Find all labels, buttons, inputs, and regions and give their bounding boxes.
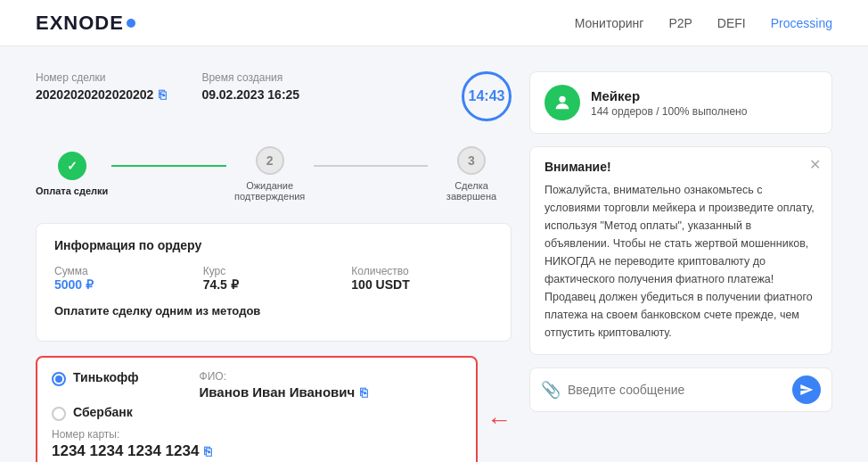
logo: EXNODE: [36, 12, 135, 35]
copy-card-icon[interactable]: ⎘: [204, 444, 211, 458]
maker-stats: 144 ордеров / 100% выполнено: [591, 105, 747, 118]
order-qty: Количество 100 USDT: [351, 263, 493, 292]
fio-value: Иванов Иван Иванович ⎘: [200, 384, 368, 400]
step-1-label: Оплата сделки: [36, 186, 108, 196]
step-3-circle: 3: [457, 146, 486, 175]
copy-number-icon[interactable]: ⎘: [159, 87, 166, 102]
warning-box: ✕ Внимание! Пожалуйста, внимательно озна…: [529, 146, 832, 355]
step-2-circle: 2: [256, 146, 284, 175]
chat-input-row: 📎: [529, 367, 832, 412]
left-panel: Номер сделки 20202020202020202 ⎘ Время с…: [36, 71, 512, 462]
card-value: 1234 1234 1234 1234 ⎘: [52, 442, 462, 460]
order-grid: Сумма 5000 ₽ Курс 74.5 ₽ Количество 100 …: [54, 263, 493, 292]
order-info-box: Информация по ордеру Сумма 5000 ₽ Курс 7…: [36, 223, 512, 342]
maker-card: Мейкер 144 ордеров / 100% выполнено: [529, 71, 832, 134]
step-2: 2 Ожидание подтверждения: [230, 146, 310, 202]
header: EXNODE Мониторинг P2P DEFI Processing: [0, 0, 868, 46]
fio-section: ФИО: Иванов Иван Иванович ⎘: [200, 370, 368, 400]
order-qty-label: Количество: [351, 265, 408, 277]
arrow-right: ←: [487, 406, 512, 434]
deal-number-text: 20202020202020202: [36, 87, 153, 102]
main-content: Номер сделки 20202020202020202 ⎘ Время с…: [0, 46, 868, 462]
deal-time-label: Время создания: [201, 71, 299, 84]
svg-point-0: [559, 96, 565, 103]
order-sum-value: 5000 ₽: [54, 277, 196, 292]
right-panel: Мейкер 144 ордеров / 100% выполнено ✕ Вн…: [529, 71, 832, 462]
fio-label: ФИО:: [200, 370, 368, 383]
copy-fio-icon[interactable]: ⎘: [360, 385, 367, 400]
send-button[interactable]: [792, 375, 821, 404]
pay-methods-label: Оплатите сделку одним из методов: [54, 304, 493, 318]
deal-number-field: Номер сделки 20202020202020202 ⎘: [36, 71, 166, 102]
card-label: Номер карты:: [52, 428, 462, 441]
sberbank-label: Сбербанк: [73, 405, 133, 419]
attach-icon[interactable]: 📎: [541, 380, 561, 400]
deal-info-row: Номер сделки 20202020202020202 ⎘ Время с…: [36, 71, 512, 121]
step-line-2: [314, 165, 428, 167]
card-number-text: 1234 1234 1234 1234: [52, 442, 199, 460]
order-sum-label: Сумма: [54, 265, 88, 277]
maker-info: Мейкер 144 ордеров / 100% выполнено: [591, 88, 747, 118]
logo-text: EXNODE: [36, 12, 124, 35]
order-rate: Курс 74.5 ₽: [203, 263, 345, 292]
radio-sberbank[interactable]: [52, 407, 66, 421]
deal-time-value: 09.02.2023 16:25: [201, 87, 299, 102]
step-1: ✓ Оплата сделки: [36, 152, 108, 196]
payment-box: Тинькофф ФИО: Иванов Иван Иванович ⎘ Сбе…: [36, 356, 478, 462]
maker-avatar: [545, 85, 580, 120]
maker-name: Мейкер: [591, 88, 747, 103]
payment-option-tinkoff: Тинькофф ФИО: Иванов Иван Иванович ⎘: [52, 370, 462, 400]
tinkoff-label: Тинькофф: [73, 370, 139, 384]
deal-number-label: Номер сделки: [36, 71, 166, 84]
order-sum: Сумма 5000 ₽: [54, 263, 196, 292]
timer-value: 14:43: [469, 88, 505, 104]
warning-close-icon[interactable]: ✕: [809, 156, 821, 173]
payment-option-sberbank: Сбербанк: [52, 405, 462, 421]
nav-p2p[interactable]: P2P: [668, 16, 692, 30]
progress-steps: ✓ Оплата сделки 2 Ожидание подтверждения…: [36, 146, 512, 202]
order-rate-label: Курс: [203, 265, 226, 277]
step-3-label: Сделка завершена: [431, 180, 512, 202]
deal-number-value: 20202020202020202 ⎘: [36, 87, 166, 102]
step-3: 3 Сделка завершена: [431, 146, 512, 202]
timer-circle: 14:43: [462, 71, 512, 121]
step-2-label: Ожидание подтверждения: [230, 180, 310, 202]
card-section: Номер карты: 1234 1234 1234 1234 ⎘: [52, 428, 462, 460]
deal-time-field: Время создания 09.02.2023 16:25: [201, 71, 299, 102]
radio-tinkoff[interactable]: [52, 372, 66, 386]
warning-text: Пожалуйста, внимательно ознакомьтесь с у…: [545, 181, 817, 342]
chat-input[interactable]: [568, 383, 785, 397]
logo-dot: [127, 19, 135, 28]
order-rate-value: 74.5 ₽: [203, 277, 345, 292]
nav-monitoring[interactable]: Мониторинг: [575, 16, 644, 30]
order-box-title: Информация по ордеру: [54, 238, 493, 252]
order-qty-value: 100 USDT: [351, 277, 493, 292]
main-nav: Мониторинг P2P DEFI Processing: [575, 16, 832, 30]
payment-row: Тинькофф ФИО: Иванов Иван Иванович ⎘ Сбе…: [36, 356, 512, 462]
deal-time-text: 09.02.2023 16:25: [201, 87, 299, 102]
step-line-1: [111, 165, 225, 167]
fio-text: Иванов Иван Иванович: [200, 384, 356, 400]
step-1-circle: ✓: [58, 152, 86, 180]
nav-defi[interactable]: DEFI: [717, 16, 746, 30]
nav-processing[interactable]: Processing: [771, 16, 832, 30]
warning-title: Внимание!: [545, 160, 817, 174]
